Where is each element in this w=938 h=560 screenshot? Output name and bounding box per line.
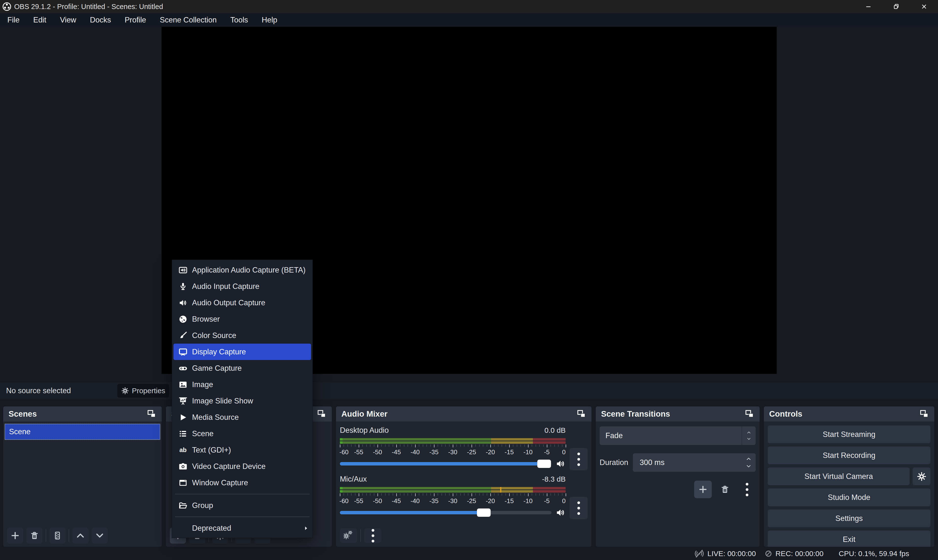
menu-item-color-source[interactable]: Color Source: [172, 327, 313, 344]
menu-edit[interactable]: Edit: [26, 13, 53, 27]
channel-options-button[interactable]: [570, 448, 588, 470]
virtual-camera-settings-button[interactable]: [913, 468, 930, 485]
scenes-list[interactable]: Scene: [3, 422, 162, 525]
menu-item-window-capture[interactable]: Window Capture: [172, 474, 313, 491]
menu-item-image[interactable]: Image: [172, 376, 313, 393]
close-button[interactable]: [910, 0, 938, 13]
popout-icon[interactable]: [919, 409, 929, 419]
popout-icon[interactable]: [744, 409, 754, 419]
popout-icon[interactable]: [146, 409, 156, 419]
transition-select[interactable]: Fade: [599, 426, 756, 445]
controls-title: Controls: [769, 409, 802, 418]
popout-icon[interactable]: [576, 409, 586, 419]
menu-item-deprecated[interactable]: Deprecated: [172, 520, 313, 536]
menu-item-label: Image Slide Show: [192, 397, 253, 405]
menu-tools[interactable]: Tools: [223, 13, 255, 27]
chevron-up-icon: [745, 456, 752, 462]
menu-profile[interactable]: Profile: [118, 13, 153, 27]
volume-slider-handle[interactable]: [477, 508, 491, 517]
restore-button[interactable]: [882, 0, 910, 13]
menu-item-label: Text (GDI+): [192, 446, 231, 454]
controls-header[interactable]: Controls: [764, 406, 934, 422]
slideshow-icon: [179, 396, 188, 406]
remove-transition-button[interactable]: [716, 481, 734, 498]
mixer-options-button[interactable]: [364, 528, 381, 543]
chevron-up-icon: [75, 531, 85, 540]
play-icon: [179, 413, 188, 422]
menu-file[interactable]: File: [0, 13, 26, 27]
kebab-menu-icon: [372, 529, 374, 542]
mute-toggle-icon[interactable]: [555, 508, 566, 518]
minimize-button[interactable]: [855, 0, 882, 13]
title-bar[interactable]: OBS 29.1.2 - Profile: Untitled - Scenes:…: [0, 0, 938, 13]
volume-meter: -60-55-50-45-40-35-30-25-20-15-10-50: [340, 438, 566, 456]
menu-item-label: Scene: [192, 429, 214, 438]
duration-label: Duration: [599, 458, 633, 467]
menu-item-scene[interactable]: Scene: [172, 425, 313, 442]
volume-slider[interactable]: [340, 508, 551, 517]
window-icon: [179, 478, 188, 488]
gamepad-icon: [179, 364, 188, 373]
scene-list-item[interactable]: Scene: [5, 424, 160, 440]
mixer-channel-mic-aux: Mic/Aux -8.3 dB -60-55-50-45-40-35-30-25…: [340, 475, 588, 518]
move-scene-down-button[interactable]: [92, 528, 108, 544]
menu-item-image-slide-show[interactable]: Image Slide Show: [172, 393, 313, 409]
audio-mixer-header[interactable]: Audio Mixer: [336, 406, 591, 422]
menu-view[interactable]: View: [53, 13, 83, 27]
start-recording-button[interactable]: Start Recording: [768, 446, 930, 464]
menu-item-display-capture[interactable]: Display Capture: [174, 344, 311, 360]
channel-level-db: -8.3 dB: [542, 475, 566, 483]
exit-button[interactable]: Exit: [768, 531, 930, 547]
studio-mode-button[interactable]: Studio Mode: [768, 488, 930, 506]
start-virtual-camera-button[interactable]: Start Virtual Camera: [768, 468, 910, 485]
add-scene-button[interactable]: [7, 528, 23, 544]
popout-icon[interactable]: [317, 409, 327, 419]
menu-help[interactable]: Help: [255, 13, 284, 27]
menu-item-audio-input-capture[interactable]: Audio Input Capture: [172, 278, 313, 295]
peak-indicator: [500, 487, 501, 492]
scenes-toolbar: [3, 525, 162, 547]
menu-item-audio-output-capture[interactable]: Audio Output Capture: [172, 295, 313, 311]
scenes-header[interactable]: Scenes: [3, 406, 162, 422]
menu-scene-collection[interactable]: Scene Collection: [153, 13, 223, 27]
svg-text:ab: ab: [179, 446, 187, 453]
menu-item-group[interactable]: Group: [172, 497, 313, 514]
menu-item-media-source[interactable]: Media Source: [172, 409, 313, 425]
trash-icon: [29, 531, 39, 540]
menu-docks[interactable]: Docks: [83, 13, 118, 27]
menu-item-label: Video Capture Device: [192, 462, 266, 471]
add-transition-button[interactable]: [694, 481, 712, 498]
duration-spinbox[interactable]: 300 ms: [633, 453, 756, 472]
paintbrush-icon: [179, 331, 188, 340]
mute-toggle-icon[interactable]: [555, 458, 566, 469]
transition-select-arrows[interactable]: [742, 426, 756, 445]
gear-icon: [121, 387, 129, 395]
move-scene-up-button[interactable]: [72, 528, 88, 544]
chevron-up-icon: [746, 430, 752, 435]
transition-options-button[interactable]: [738, 481, 756, 498]
menu-item-browser[interactable]: Browser: [172, 311, 313, 327]
menu-item-application-audio-capture[interactable]: Application Audio Capture (BETA): [172, 262, 313, 278]
controls-dock: Controls Start Streaming Start Recording…: [764, 406, 935, 547]
menu-item-label: Game Capture: [192, 364, 242, 373]
volume-slider[interactable]: [340, 459, 551, 468]
start-streaming-button[interactable]: Start Streaming: [768, 425, 930, 443]
audio-mixer-title: Audio Mixer: [341, 409, 388, 418]
scenes-title: Scenes: [9, 409, 37, 418]
menu-item-text-gdi[interactable]: ab Text (GDI+): [172, 442, 313, 458]
menu-item-game-capture[interactable]: Game Capture: [172, 360, 313, 376]
scene-transitions-header[interactable]: Scene Transitions: [596, 406, 759, 422]
advanced-audio-button[interactable]: [340, 528, 357, 543]
channel-options-button[interactable]: [570, 497, 588, 519]
settings-button[interactable]: Settings: [768, 509, 930, 527]
record-inactive-icon: [764, 549, 773, 558]
scene-filters-button[interactable]: [49, 528, 65, 544]
menu-item-label: Application Audio Capture (BETA): [192, 266, 306, 274]
mixer-channel-desktop-audio: Desktop Audio 0.0 dB -60-55-50-45-40-35-…: [340, 426, 588, 469]
volume-slider-handle[interactable]: [537, 460, 551, 468]
menu-item-video-capture-device[interactable]: Video Capture Device: [172, 458, 313, 474]
kebab-menu-icon: [746, 483, 749, 496]
properties-button[interactable]: Properties: [117, 384, 169, 398]
duration-spin-arrows[interactable]: [742, 453, 756, 472]
remove-scene-button[interactable]: [26, 528, 43, 544]
